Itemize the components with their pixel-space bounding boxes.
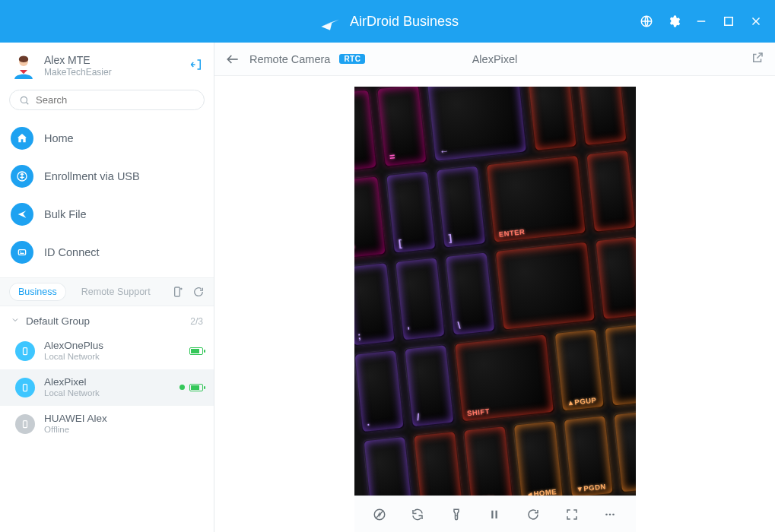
user-org: MakeTechEasier <box>44 67 112 78</box>
group-name: Default Group <box>26 315 90 327</box>
refresh-icon[interactable] <box>192 286 205 298</box>
app-title: AirDroid Business <box>350 14 459 30</box>
key: ALT GR <box>362 435 414 496</box>
tab-remote-support[interactable]: Remote Support <box>72 283 160 301</box>
key: [ <box>385 169 437 255</box>
airdroid-logo-icon <box>319 11 341 32</box>
battery-icon <box>189 347 203 355</box>
gear-icon[interactable] <box>667 14 681 28</box>
close-icon[interactable] <box>749 14 763 28</box>
svg-point-25 <box>605 513 608 515</box>
svg-line-21 <box>376 510 384 518</box>
svg-point-26 <box>609 513 611 515</box>
nav-label: Bulk File <box>44 208 87 220</box>
id-icon <box>11 241 33 264</box>
home-icon <box>11 127 33 150</box>
device-name: AlexPixel <box>44 376 100 388</box>
key <box>612 409 636 494</box>
open-external-icon[interactable] <box>751 51 764 68</box>
app-brand: AirDroid Business <box>319 11 459 32</box>
svg-rect-17 <box>24 384 27 391</box>
more-icon[interactable] <box>599 504 621 525</box>
camera-wrap: - = ← P [ ] ENTER ; ' \ <box>354 87 636 532</box>
key: ◄HOME <box>512 420 564 496</box>
key: ] <box>434 165 487 250</box>
logout-icon[interactable] <box>189 58 203 74</box>
nav-label: ID Connect <box>44 246 100 258</box>
add-device-icon[interactable] <box>171 286 183 298</box>
sidebar-tabs: Business Remote Support <box>0 277 214 306</box>
tab-business[interactable]: Business <box>9 283 66 301</box>
svg-point-27 <box>612 513 615 515</box>
key: P <box>354 175 387 260</box>
titlebar: AirDroid Business <box>0 0 775 43</box>
no-flash-icon[interactable] <box>369 504 390 525</box>
device-icon <box>15 378 35 397</box>
search-input-wrap[interactable] <box>9 90 205 110</box>
main-panel: Remote Camera RTC AlexPixel - = ← <box>214 43 775 532</box>
camera-feed: - = ← P [ ] ENTER ; ' \ <box>354 87 636 496</box>
back-label: Remote Camera <box>249 53 330 65</box>
device-icon <box>15 341 35 361</box>
bulk-file-icon <box>11 203 33 226</box>
nav-bulk[interactable]: Bulk File <box>0 195 214 233</box>
rotate-icon[interactable] <box>522 504 544 525</box>
key: ' <box>394 257 446 342</box>
nav-home[interactable]: Home <box>0 119 214 157</box>
nav-label: Home <box>44 132 74 144</box>
device-item[interactable]: AlexOnePlus Local Network <box>0 333 214 369</box>
camera-toolbar <box>354 496 636 532</box>
main-header: Remote Camera RTC AlexPixel <box>214 43 775 76</box>
minimize-icon[interactable] <box>694 14 708 28</box>
nav-idconnect[interactable]: ID Connect <box>0 233 214 271</box>
device-icon <box>15 414 35 434</box>
back-button[interactable]: Remote Camera RTC <box>225 52 365 67</box>
fullscreen-icon[interactable] <box>561 504 583 525</box>
key: SHIFT <box>453 333 554 423</box>
nav: Home Enrollment via USB Bulk File ID Con… <box>0 118 214 277</box>
device-item[interactable]: HUAWEI Alex Offline <box>0 406 214 442</box>
svg-rect-2 <box>725 17 733 26</box>
switch-camera-icon[interactable] <box>407 504 428 525</box>
sidebar: Alex MTE MakeTechEasier Home Enrollment … <box>0 43 214 532</box>
user-name: Alex MTE <box>44 54 112 68</box>
titlebar-controls <box>640 14 775 28</box>
search-icon <box>19 95 30 106</box>
nav-label: Enrollment via USB <box>44 170 140 182</box>
rtc-badge: RTC <box>339 54 365 64</box>
globe-icon[interactable] <box>640 14 653 28</box>
search-input[interactable] <box>36 94 195 106</box>
key: CTRL <box>462 425 514 496</box>
arrow-left-icon <box>225 52 240 67</box>
flashlight-icon[interactable] <box>446 504 467 525</box>
device-name: HUAWEI Alex <box>44 413 107 425</box>
pause-icon[interactable] <box>484 504 505 525</box>
device-sub: Local Network <box>44 352 103 363</box>
key: ENTER <box>484 154 586 245</box>
key <box>603 322 636 407</box>
keyboard-image: - = ← P [ ] ENTER ; ' \ <box>354 87 636 496</box>
nav-enroll[interactable]: Enrollment via USB <box>0 157 214 195</box>
key: = <box>376 87 428 168</box>
avatar <box>11 53 37 79</box>
group-header[interactable]: Default Group 2/3 <box>0 306 214 333</box>
svg-rect-24 <box>496 510 497 518</box>
svg-rect-10 <box>18 250 25 255</box>
device-sub: Offline <box>44 425 107 435</box>
svg-line-8 <box>26 102 28 104</box>
device-item[interactable]: AlexPixel Local Network <box>0 369 214 406</box>
key <box>412 430 465 496</box>
svg-rect-18 <box>24 420 27 427</box>
usb-icon <box>11 165 33 188</box>
key: ▼PGDN <box>562 414 615 496</box>
key: . <box>354 348 405 433</box>
maximize-icon[interactable] <box>722 14 735 28</box>
svg-rect-23 <box>492 510 494 518</box>
svg-rect-13 <box>175 287 180 296</box>
key <box>576 87 628 147</box>
key: ← <box>425 87 527 163</box>
connection-dot <box>179 385 185 390</box>
svg-point-7 <box>21 97 27 103</box>
svg-rect-16 <box>24 347 27 354</box>
user-row[interactable]: Alex MTE MakeTechEasier <box>0 43 214 85</box>
